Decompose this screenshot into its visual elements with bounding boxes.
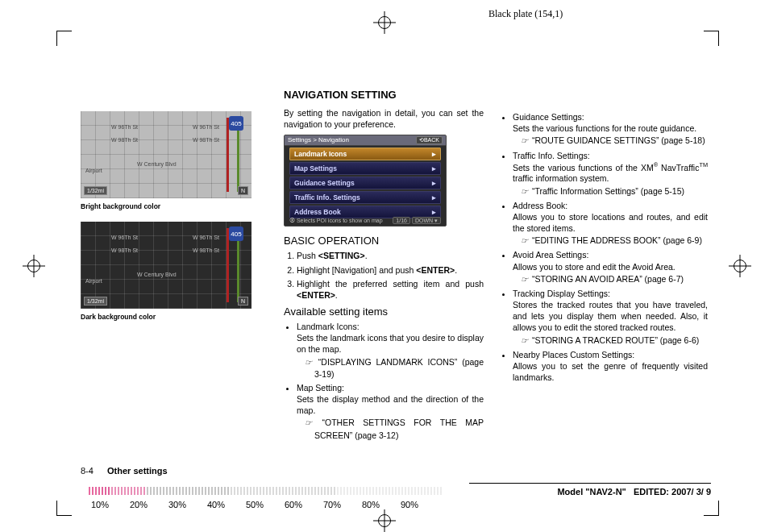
street-label: W 98Th St xyxy=(111,247,138,253)
reference-icon: ☞ xyxy=(305,358,314,367)
setting-item: Nearby Places Custom Settings: Allows yo… xyxy=(513,349,708,384)
screenshot-hint: ⦿ Selects POI icons to show on map xyxy=(289,218,383,224)
reference-icon: ☞ xyxy=(521,275,530,284)
scale-badge: 1/32mi xyxy=(84,186,107,195)
middle-column: NAVIGATION SETTING By setting the naviga… xyxy=(284,89,484,444)
setting-item: Guidance Settings: Sets the various func… xyxy=(513,111,708,148)
step: Push <SETTING>. xyxy=(297,250,484,261)
reference-icon: ☞ xyxy=(305,418,314,427)
traffic-desc: Sets the various functions of the XM® Na… xyxy=(513,161,708,185)
setting-item: Map Setting: Sets the display method and… xyxy=(297,382,484,441)
screenshot-page: 1/16 xyxy=(393,217,410,224)
reference-icon: ☞ xyxy=(521,187,530,196)
crop-corner-tr xyxy=(704,31,719,46)
screenshot-down: DOWN ▾ xyxy=(412,217,441,224)
crop-corner-bl xyxy=(56,501,72,516)
setting-item: Traffic Info. Settings: Sets the various… xyxy=(513,150,708,197)
screenshot-breadcrumb: Settings > Navigation xyxy=(288,136,349,144)
pct-tick: 50% xyxy=(235,500,274,509)
screenshot-menu-item: Map Settings▸ xyxy=(289,162,441,175)
setting-item: Avoid Area Settings: Allows you to store… xyxy=(513,249,708,285)
percent-scale: 10% 20% 30% 40% 50% 60% 70% 80% 90% xyxy=(81,500,516,509)
pct-tick: 30% xyxy=(158,500,197,509)
scale-badge: 1/32mi xyxy=(84,297,107,305)
model-edit-line: Model "NAV2-N" EDITED: 2007/ 3/ 9 xyxy=(469,483,711,497)
registration-mark-bottom xyxy=(373,509,396,532)
street-label: W Century Blvd xyxy=(137,272,177,277)
street-label: W 96Th St xyxy=(111,124,138,130)
page-number: 8-4 xyxy=(81,466,105,476)
reference-icon: ☞ xyxy=(521,136,530,145)
pct-tick: 60% xyxy=(274,500,313,509)
section-intro: By setting the navigation in detail, you… xyxy=(284,107,484,130)
street-label: W 96Th St xyxy=(111,235,138,240)
airport-label: Airport xyxy=(85,168,102,173)
street-label: W 98Th St xyxy=(193,137,219,143)
section-title: NAVIGATION SETTING xyxy=(284,89,484,101)
screenshot-menu-item: Guidance Settings▸ xyxy=(289,177,441,189)
dark-caption: Dark background color xyxy=(81,313,251,321)
pct-tick: 90% xyxy=(390,500,429,509)
map-dark-thumbnail: 405 W 96Th St W 96Th St W 98Th St W 98Th… xyxy=(81,222,251,309)
reference-icon: ☞ xyxy=(521,236,530,245)
right-column: Guidance Settings: Sets the various func… xyxy=(500,111,708,386)
map-bright-thumbnail: 405 W 96Th St W 96Th St W 98Th St W 98Th… xyxy=(81,111,251,198)
black-plate-label: Black plate (154,1) xyxy=(488,8,563,20)
registration-mark-top xyxy=(373,11,396,34)
screenshot-back-button: ⟲BACK xyxy=(416,136,443,144)
compass-badge: N xyxy=(238,186,248,195)
page-number-footer: 8-4 Other settings xyxy=(81,466,168,476)
pct-tick: 80% xyxy=(351,500,390,509)
crop-corner-tl xyxy=(56,31,72,46)
nav-settings-screenshot: Settings > Navigation ⟲BACK Landmark Ico… xyxy=(284,135,447,227)
bright-caption: Bright background color xyxy=(81,202,251,210)
registration-mark-left xyxy=(23,255,45,277)
setting-item: Address Book: Allows you to store locati… xyxy=(513,200,708,247)
left-column: 405 W 96Th St W 96Th St W 98Th St W 98Th… xyxy=(81,111,251,332)
compass-badge: N xyxy=(238,297,248,305)
reference-icon: ☞ xyxy=(521,336,530,345)
page-label: Other settings xyxy=(107,466,168,476)
street-label: W 98Th St xyxy=(111,137,138,143)
registration-mark-right xyxy=(729,255,751,277)
setting-item: Landmark Icons: Sets the landmark icons … xyxy=(297,321,484,380)
pct-tick: 70% xyxy=(313,500,351,509)
screenshot-menu-item: Landmark Icons▸ xyxy=(289,148,441,160)
street-label: W 98Th St xyxy=(193,247,219,253)
highway-shield-icon: 405 xyxy=(229,227,243,241)
density-gradient-bar xyxy=(89,487,443,495)
street-label: W 96Th St xyxy=(193,124,219,130)
basic-operation-steps: Push <SETTING>. Highlight [Navigation] a… xyxy=(284,250,484,301)
screenshot-menu-item: Traffic Info. Settings▸ xyxy=(289,191,441,204)
step: Highlight [Navigation] and push <ENTER>. xyxy=(297,264,484,276)
available-settings-left: Landmark Icons: Sets the landmark icons … xyxy=(284,321,484,441)
crop-corner-br xyxy=(704,501,719,516)
basic-operation-heading: BASIC OPERATION xyxy=(284,235,484,247)
highway-shield-icon: 405 xyxy=(229,116,243,131)
street-label: W 96Th St xyxy=(193,235,219,240)
street-label: W Century Blvd xyxy=(137,161,177,167)
setting-item: Tracking Display Settings: Stores the tr… xyxy=(513,288,708,347)
step: Highlight the preferred setting item and… xyxy=(297,278,484,301)
pct-tick: 20% xyxy=(119,500,158,509)
airport-label: Airport xyxy=(85,278,102,284)
pct-tick: 10% xyxy=(81,500,119,509)
available-settings-heading: Available setting items xyxy=(284,305,484,318)
pct-tick: 40% xyxy=(197,500,235,509)
available-settings-right: Guidance Settings: Sets the various func… xyxy=(500,111,708,383)
